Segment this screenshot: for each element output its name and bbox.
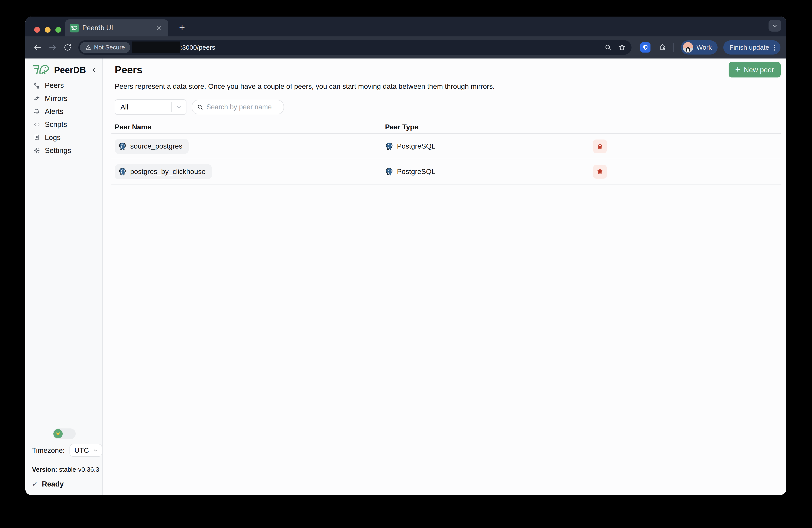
- new-peer-button[interactable]: + New peer: [729, 62, 781, 77]
- theme-toggle[interactable]: [53, 428, 76, 439]
- postgresql-icon: [118, 168, 127, 176]
- sidebar-item-settings[interactable]: Settings: [25, 144, 102, 157]
- delete-peer-button[interactable]: [593, 140, 607, 153]
- check-icon: ✓: [32, 480, 38, 488]
- code-icon: [33, 121, 40, 128]
- sidebar-item-label: Alerts: [45, 107, 63, 116]
- back-icon[interactable]: [31, 41, 44, 54]
- receipt-icon: [33, 134, 40, 141]
- tab-search-button[interactable]: [769, 20, 781, 31]
- browser-menu-icon[interactable]: [773, 45, 777, 51]
- gear-icon: [33, 147, 40, 154]
- bell-icon: [33, 108, 40, 115]
- peer-name-link[interactable]: postgres_by_clickhouse: [115, 164, 212, 179]
- timezone-value: UTC: [74, 446, 93, 455]
- page-content: PeerDB Peers: [25, 58, 786, 495]
- browser-toolbar: Not Secure :3000/peers: [25, 37, 786, 58]
- trash-icon: [597, 143, 603, 149]
- postgresql-icon: [118, 142, 127, 151]
- sidebar-item-label: Logs: [45, 133, 61, 142]
- chevron-down-icon: [93, 448, 98, 453]
- finish-update-button[interactable]: Finish update: [723, 40, 781, 55]
- peer-name: source_postgres: [130, 142, 183, 150]
- sidebar-item-label: Scripts: [45, 120, 67, 129]
- chevron-down-icon: [172, 104, 186, 110]
- sidebar-item-alerts[interactable]: Alerts: [25, 105, 102, 118]
- peer-name-link[interactable]: source_postgres: [115, 139, 189, 154]
- status-row: ✓ Ready: [25, 480, 102, 488]
- sidebar-item-label: Settings: [45, 146, 71, 155]
- search-icon: [197, 104, 203, 110]
- page-title: Peers: [115, 64, 781, 76]
- redacted-host: [132, 42, 180, 54]
- table-row: source_postgres PostgreSQL: [112, 134, 781, 159]
- brand-name: PeerDB: [54, 65, 88, 75]
- page-description: Peers represent a data store. Once you h…: [115, 82, 781, 90]
- timezone-select[interactable]: UTC: [70, 444, 102, 457]
- warning-icon: [85, 44, 91, 51]
- desktop: Peerdb UI +: [0, 0, 812, 528]
- peer-type-cell: PostgreSQL: [382, 168, 593, 176]
- sidebar-item-peers[interactable]: Peers: [25, 79, 102, 92]
- postgresql-icon: [385, 142, 393, 151]
- cable-icon: [33, 82, 40, 89]
- extensions-puzzle-icon[interactable]: [658, 43, 666, 52]
- sidebar-item-label: Peers: [45, 81, 64, 90]
- sidebar: PeerDB Peers: [25, 58, 103, 495]
- browser-window: Peerdb UI +: [25, 17, 786, 495]
- sidebar-item-label: Mirrors: [45, 94, 68, 103]
- tab-close-icon[interactable]: [154, 23, 163, 33]
- profile-chip[interactable]: Work: [681, 40, 717, 55]
- new-tab-button[interactable]: +: [175, 21, 189, 34]
- main-panel: Peers + New peer Peers represent a data …: [103, 58, 786, 495]
- collapse-sidebar-icon[interactable]: [91, 67, 97, 73]
- forward-icon[interactable]: [46, 41, 59, 54]
- tab-title: Peerdb UI: [82, 24, 150, 32]
- search-input[interactable]: [206, 103, 279, 111]
- version-text: Version: stable-v0.36.3: [25, 466, 102, 473]
- bookmark-star-icon[interactable]: [618, 44, 626, 51]
- peer-search[interactable]: [192, 100, 284, 114]
- not-secure-chip[interactable]: Not Secure: [80, 42, 130, 53]
- peerdb-logo-icon: [32, 63, 50, 76]
- version-label: Version:: [32, 466, 57, 473]
- peer-name: postgres_by_clickhouse: [130, 168, 206, 176]
- peer-type: PostgreSQL: [397, 142, 435, 150]
- sidebar-item-mirrors[interactable]: Mirrors: [25, 92, 102, 105]
- sidebar-footer: Timezone: UTC Version: stable-v0.36.3 ✓ …: [25, 428, 102, 488]
- sidebar-item-logs[interactable]: Logs: [25, 131, 102, 144]
- peers-table: Peer Name Peer Type: [112, 120, 781, 185]
- browser-tab[interactable]: Peerdb UI: [65, 19, 168, 37]
- status-badge: Ready: [42, 480, 64, 488]
- tab-strip: Peerdb UI +: [25, 17, 786, 37]
- postgresql-icon: [385, 168, 393, 176]
- peer-type-cell: PostgreSQL: [382, 142, 593, 151]
- reload-icon[interactable]: [61, 41, 74, 54]
- avatar: [683, 42, 693, 53]
- sidebar-nav: Peers Mirrors: [25, 79, 102, 157]
- zoom-window-button[interactable]: [55, 27, 61, 33]
- traffic-lights: [34, 27, 61, 33]
- peer-type-filter-select[interactable]: All: [115, 99, 186, 115]
- close-window-button[interactable]: [34, 27, 40, 33]
- address-bar[interactable]: Not Secure :3000/peers: [78, 40, 632, 55]
- timezone-label: Timezone:: [32, 446, 64, 455]
- light-mode-sun-icon: [54, 429, 63, 438]
- new-peer-label: New peer: [744, 66, 774, 74]
- peerdb-favicon-icon: [70, 24, 79, 32]
- zoom-page-icon[interactable]: [605, 44, 612, 51]
- profile-label: Work: [696, 44, 712, 51]
- column-peer-type: Peer Type: [382, 123, 593, 131]
- url-text: :3000/peers: [180, 44, 215, 51]
- brand-row: PeerDB: [25, 63, 102, 76]
- plus-icon: +: [735, 65, 740, 74]
- sidebar-item-scripts[interactable]: Scripts: [25, 118, 102, 131]
- minimize-window-button[interactable]: [45, 27, 50, 33]
- trash-icon: [597, 168, 603, 175]
- bitwarden-shield-icon[interactable]: [640, 42, 651, 53]
- filter-row: All: [115, 99, 781, 115]
- toolbar-separator: [673, 43, 674, 52]
- delete-peer-button[interactable]: [593, 165, 607, 179]
- version-value: stable-v0.36.3: [59, 466, 99, 473]
- arrows-icon: [33, 95, 40, 102]
